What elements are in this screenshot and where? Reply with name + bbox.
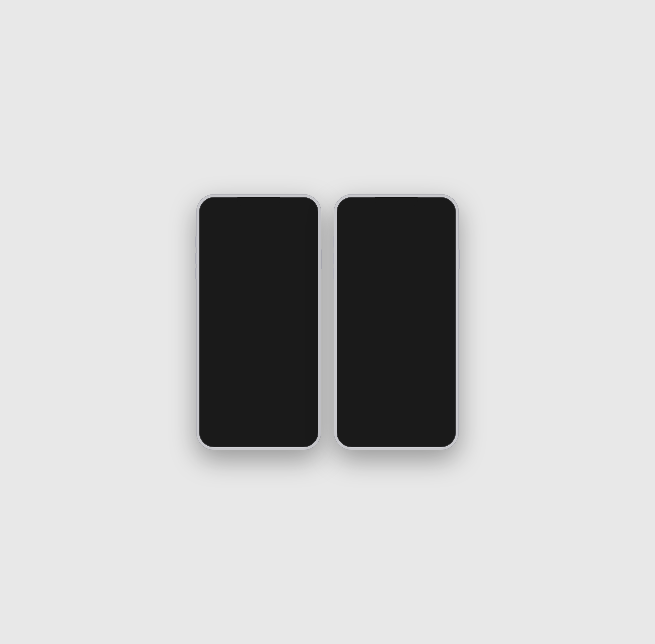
svg-point-28 — [351, 244, 354, 248]
svg-point-9 — [228, 324, 230, 326]
dot-3-left — [262, 417, 264, 420]
screen-content-left: 🔍 Search — [199, 197, 318, 447]
app-name-right: Chrome — [361, 243, 437, 249]
svg-rect-19 — [292, 321, 293, 322]
svg-rect-41 — [370, 315, 374, 316]
search-label-left: Search — [255, 218, 271, 224]
svg-line-12 — [230, 324, 231, 325]
incognito-action[interactable] — [217, 318, 239, 328]
app-header-left: Chrome ✕ — [204, 237, 314, 253]
chrome-logo-search — [219, 301, 227, 309]
svg-line-11 — [224, 324, 225, 325]
dino-label: Chrome Dino — [382, 336, 411, 346]
svg-point-2 — [213, 244, 216, 248]
app-header-right: Chrome ✕ — [341, 237, 451, 253]
add-widget-label-left: Add Widget — [247, 431, 278, 438]
dot-3-right — [400, 417, 402, 420]
page-dots-inner-left — [204, 414, 314, 424]
divider-2 — [274, 319, 274, 328]
phone-right-screen: 🔍 — [337, 197, 456, 447]
svg-rect-32 — [408, 313, 410, 322]
widget-card-left: Chrome ✕ Quick Actions Search or navigat… — [204, 232, 314, 424]
dino-widget[interactable]: Chrome Dino — [367, 291, 426, 349]
dot-1-right — [391, 417, 393, 420]
add-widget-button-left[interactable]: ⊕ Add Widget — [206, 426, 312, 443]
search-row[interactable]: Search or type URL — [214, 297, 303, 312]
widget-subtitle-left: Search or navigate in a new tab, in Inco… — [210, 269, 307, 288]
svg-rect-17 — [288, 321, 289, 322]
dot-2-right — [395, 417, 398, 420]
widget-content-left: Quick Actions Search or navigate in a ne… — [204, 253, 314, 414]
svg-rect-21 — [288, 325, 289, 326]
svg-rect-46 — [383, 313, 386, 314]
phone-left-screen: 🔍 Search — [199, 197, 318, 447]
add-widget-button-right[interactable]: ⊕ Add Widget — [343, 426, 449, 443]
qr-action[interactable] — [280, 318, 301, 328]
screen-content-right: 🔍 — [337, 197, 456, 447]
search-icon-right: 🔍 — [392, 217, 399, 224]
svg-point-5 — [222, 303, 224, 306]
svg-rect-45 — [381, 322, 384, 323]
chrome-logo-left — [209, 240, 220, 251]
svg-rect-34 — [403, 313, 405, 318]
svg-rect-43 — [382, 318, 384, 322]
widget-subtitle-right: Jump into the Chrome Dino game from your… — [348, 269, 445, 281]
spotlight-search-right[interactable]: 🔍 — [343, 213, 449, 228]
add-widget-label-right: Add Widget — [384, 431, 415, 438]
svg-rect-36 — [412, 314, 414, 319]
notch-left — [238, 197, 280, 206]
svg-rect-24 — [291, 325, 292, 327]
notch-right — [375, 197, 417, 206]
dino-scene — [367, 293, 426, 336]
phone-right: 🔍 — [334, 194, 458, 450]
add-icon-left: ⊕ — [240, 431, 244, 438]
divider-1 — [244, 319, 244, 328]
svg-rect-30 — [398, 295, 404, 298]
svg-rect-22 — [291, 324, 292, 325]
svg-rect-38 — [381, 309, 386, 313]
svg-rect-23 — [292, 324, 294, 325]
svg-rect-7 — [226, 321, 230, 323]
page-dots-inner-right — [341, 414, 451, 424]
search-input-placeholder: Search or type URL — [230, 302, 274, 308]
svg-rect-42 — [379, 318, 381, 322]
phone-left: 🔍 Search — [197, 194, 321, 450]
add-icon-right: ⊕ — [377, 431, 382, 438]
svg-rect-25 — [293, 326, 294, 327]
dot-1-left — [253, 417, 256, 420]
widget-card-right: Chrome ✕ Chrome Dino Game Jump into the … — [341, 232, 451, 424]
close-button-left[interactable]: ✕ — [299, 241, 309, 250]
search-icon-left: 🔍 — [246, 217, 253, 224]
widget-title-right: Chrome Dino Game — [357, 257, 436, 267]
svg-rect-40 — [373, 313, 377, 316]
action-row — [214, 316, 303, 330]
widget-title-left: Quick Actions — [230, 257, 287, 267]
app-name-left: Chrome — [223, 243, 299, 249]
widget-content-right: Chrome Dino Game Jump into the Chrome Di… — [341, 253, 451, 414]
chrome-logo-right — [346, 240, 358, 251]
quick-actions-widget: Search or type URL — [210, 293, 307, 334]
svg-rect-44 — [378, 322, 381, 323]
dot-2-left — [258, 417, 260, 420]
svg-point-8 — [225, 324, 227, 326]
svg-rect-13 — [258, 319, 261, 324]
close-button-right[interactable]: ✕ — [437, 241, 446, 250]
voice-action[interactable] — [249, 318, 269, 329]
spotlight-search-left[interactable]: 🔍 Search — [206, 213, 312, 228]
svg-rect-39 — [385, 310, 386, 311]
